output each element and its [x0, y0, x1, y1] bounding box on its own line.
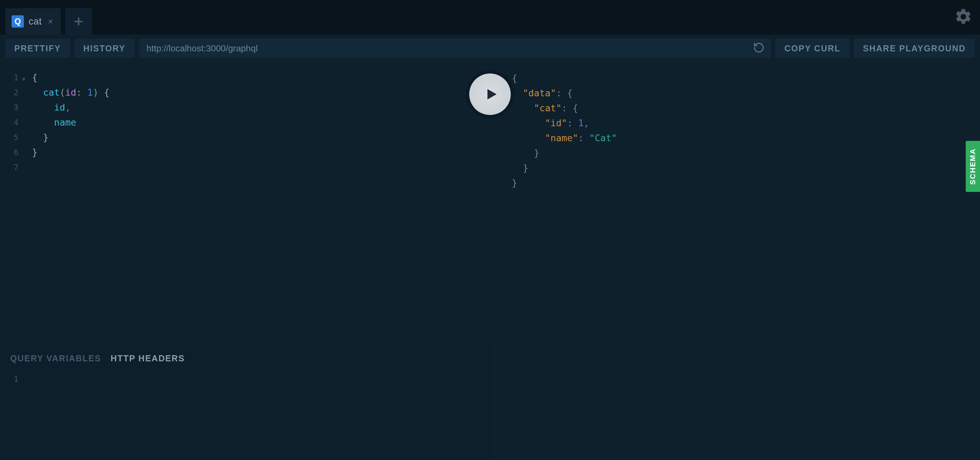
- execute-button[interactable]: [469, 73, 511, 115]
- history-button[interactable]: HISTORY: [75, 39, 134, 58]
- result-json[interactable]: ▾{ ▾"data": { "cat": { "id": 1, "name": …: [490, 69, 980, 191]
- new-tab-button[interactable]: [65, 8, 92, 35]
- toolbar: PRETTIFY HISTORY COPY CURL SHARE PLAYGRO…: [0, 35, 980, 57]
- query-editor-column: 1▾ 2 3 4 5 6 7 { cat(id: 1) { id, name }…: [0, 63, 490, 460]
- headers-code[interactable]: [20, 367, 490, 460]
- main-area: 1▾ 2 3 4 5 6 7 { cat(id: 1) { id, name }…: [0, 63, 980, 460]
- reload-button[interactable]: [753, 42, 765, 55]
- query-code[interactable]: { cat(id: 1) { id, name } }: [20, 63, 490, 348]
- tab-badge: Q: [11, 15, 24, 27]
- endpoint-input[interactable]: [147, 43, 764, 54]
- prettify-button[interactable]: PRETTIFY: [5, 39, 70, 58]
- bottom-tabs: QUERY VARIABLES HTTP HEADERS: [0, 348, 490, 367]
- headers-gutter: 1: [0, 367, 20, 460]
- copy-curl-button[interactable]: COPY CURL: [775, 39, 850, 58]
- bottom-panel: QUERY VARIABLES HTTP HEADERS 1: [0, 348, 490, 460]
- tab-bar: Q cat ×: [0, 0, 980, 35]
- headers-editor[interactable]: 1: [0, 367, 490, 460]
- result-column: ▾{ ▾"data": { "cat": { "id": 1, "name": …: [490, 63, 980, 460]
- tab-query-variables[interactable]: QUERY VARIABLES: [10, 353, 101, 363]
- reload-icon: [753, 42, 765, 53]
- schema-tab[interactable]: SCHEMA: [966, 141, 980, 192]
- share-playground-button[interactable]: SHARE PLAYGROUND: [854, 39, 975, 58]
- plus-icon: [73, 16, 84, 27]
- gear-icon: [954, 8, 972, 26]
- close-icon[interactable]: ×: [48, 16, 53, 27]
- endpoint-bar: [139, 39, 771, 58]
- query-editor[interactable]: 1▾ 2 3 4 5 6 7 { cat(id: 1) { id, name }…: [0, 63, 490, 348]
- play-icon: [484, 86, 499, 102]
- tab-cat[interactable]: Q cat ×: [5, 8, 60, 35]
- query-gutter: 1▾ 2 3 4 5 6 7: [0, 63, 20, 348]
- tab-http-headers[interactable]: HTTP HEADERS: [111, 353, 185, 363]
- tab-label: cat: [29, 16, 42, 27]
- fold-icon[interactable]: ▾: [22, 72, 26, 86]
- settings-button[interactable]: [954, 8, 972, 27]
